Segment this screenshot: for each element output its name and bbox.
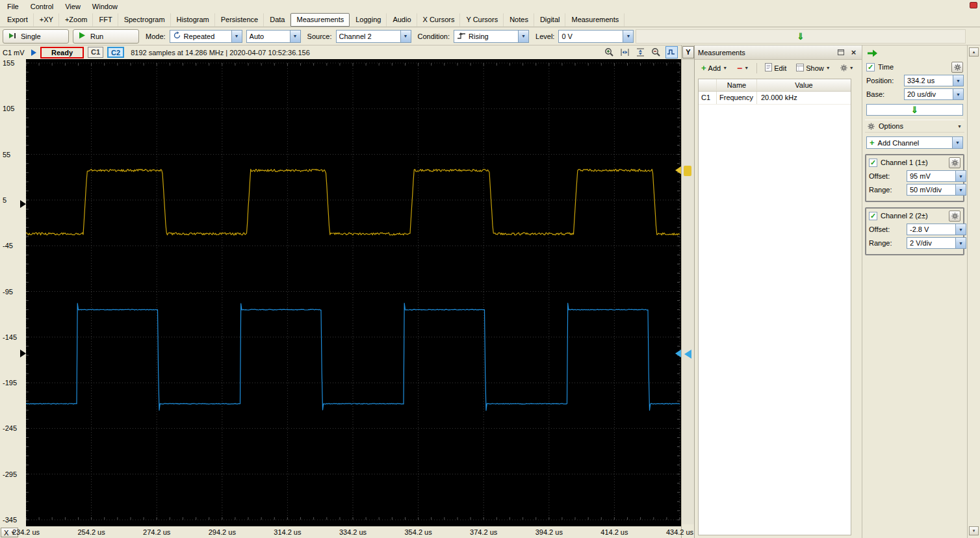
x-tick-label: 254.2 us xyxy=(77,528,105,536)
channel-1-group: ✓ Channel 1 (1±) Offset: 95 mV ▼ Range: … xyxy=(865,154,964,202)
remove-measurement-button[interactable]: − ▼ xyxy=(733,63,753,73)
view-tab--xy[interactable]: +XY xyxy=(34,13,59,27)
c2-trigger-marker[interactable] xyxy=(675,350,681,357)
menubar-red-button[interactable] xyxy=(970,2,977,8)
y-tick-label: -145 xyxy=(3,333,17,341)
menu-window[interactable]: Window xyxy=(86,1,123,12)
gear-icon xyxy=(954,64,961,71)
tab-c1[interactable]: C1 xyxy=(88,47,103,58)
chevron-down-icon: ▼ xyxy=(744,66,749,70)
table-row[interactable]: C1 Frequency 20.000 kHz xyxy=(699,92,851,105)
mode-select[interactable]: Repeated ▼ xyxy=(170,30,242,43)
c1-right-marker[interactable] xyxy=(675,166,681,174)
c2-scroll-marker[interactable] xyxy=(684,350,691,359)
condition-select[interactable]: Rising ▼ xyxy=(454,30,529,43)
view-tab-data[interactable]: Data xyxy=(264,13,290,27)
view-tab-y-cursors[interactable]: Y Cursors xyxy=(460,13,504,27)
run-button[interactable]: Run xyxy=(73,29,139,44)
time-settings-button[interactable] xyxy=(951,62,963,73)
time-checkbox[interactable]: ✓ xyxy=(866,63,875,71)
menu-control[interactable]: Control xyxy=(25,1,59,12)
check-icon: ✓ xyxy=(868,64,873,70)
view-tab-histogram[interactable]: Histogram xyxy=(171,13,215,27)
c2-offset-marker[interactable] xyxy=(20,350,26,357)
view-tab-fft[interactable]: FFT xyxy=(93,13,118,27)
fit-width-icon[interactable] xyxy=(619,46,631,58)
view-tab-audio[interactable]: Audio xyxy=(387,13,417,27)
zoom-in-icon[interactable] xyxy=(603,46,615,58)
col-header-value[interactable]: Value xyxy=(757,79,851,91)
y-axis-button[interactable]: Y xyxy=(682,46,694,58)
range-value: 50 mV/div xyxy=(910,186,953,194)
view-tab-measurements[interactable]: Measurements xyxy=(290,13,350,27)
channel-2-offset-select[interactable]: -2.8 V ▼ xyxy=(907,224,966,235)
options-header[interactable]: Options ▼ xyxy=(865,120,964,133)
waveforms-scope-window: FileControlViewWindow Export+XY+ZoomFFTS… xyxy=(0,0,980,538)
position-select[interactable]: 334.2 us ▼ xyxy=(904,75,964,86)
view-tab-x-cursors[interactable]: X Cursors xyxy=(417,13,461,27)
x-tick-label: 334.2 us xyxy=(339,528,367,536)
base-select[interactable]: 20 us/div ▼ xyxy=(904,88,964,100)
view-tab-measurements[interactable]: Measurements xyxy=(565,13,625,27)
level-select[interactable]: 0 V ▼ xyxy=(558,30,634,43)
green-right-arrow-icon[interactable] xyxy=(867,49,878,58)
add-icon: + xyxy=(701,65,706,71)
single-button[interactable]: Single xyxy=(3,29,69,44)
fit-height-icon[interactable] xyxy=(634,46,647,58)
status-ready-badge: Ready xyxy=(40,47,84,58)
show-menu-button[interactable]: Show ▼ xyxy=(792,62,834,75)
col-header-name[interactable]: Name xyxy=(717,79,757,91)
auto-scale-icon[interactable] xyxy=(665,46,678,58)
acquire-select[interactable]: Auto ▼ xyxy=(246,30,301,43)
plot-area[interactable] xyxy=(26,59,681,526)
y-scroll-track[interactable] xyxy=(682,59,694,524)
view-tab-logging[interactable]: Logging xyxy=(350,13,387,27)
channel-1-checkbox[interactable]: ✓ xyxy=(869,159,877,167)
c1-scroll-marker[interactable] xyxy=(684,166,691,176)
axis-unit-label[interactable]: C1 mV xyxy=(1,49,27,57)
view-tab-export[interactable]: Export xyxy=(1,13,34,27)
view-tabs-bar: Export+XY+ZoomFFTSpectrogramHistogramPer… xyxy=(0,13,980,27)
check-icon: ✓ xyxy=(870,212,876,219)
tab-c2[interactable]: C2 xyxy=(107,47,124,58)
chevron-down-icon: ▼ xyxy=(955,185,966,195)
collapse-up-button[interactable]: ▴ xyxy=(969,47,979,57)
view-tab--zoom[interactable]: +Zoom xyxy=(59,13,94,27)
channel-2-checkbox[interactable]: ✓ xyxy=(869,212,877,220)
x-tick-label: 354.2 us xyxy=(404,528,432,536)
x-axis-button-label: X xyxy=(4,529,8,537)
c1-offset-marker[interactable] xyxy=(20,200,26,208)
x-tick-label: 374.2 us xyxy=(470,528,497,536)
measurement-settings-button[interactable]: ▼ xyxy=(836,62,858,73)
zoom-out-icon[interactable] xyxy=(650,46,662,58)
run-icon xyxy=(78,31,86,41)
col-header-channel[interactable] xyxy=(699,79,717,91)
add-channel-select[interactable]: + Add Channel ▼ xyxy=(866,136,963,149)
rising-edge-icon xyxy=(457,32,466,41)
status-bar: C1 mV Ready C1 C2 8192 samples at 14.286… xyxy=(0,45,681,59)
add-measurement-button[interactable]: + Add ▼ xyxy=(697,62,731,74)
menu-view[interactable]: View xyxy=(59,1,86,12)
close-panel-icon[interactable]: × xyxy=(849,47,858,57)
measurements-panel: Measurements × + Add ▼ − ▼ Edit Show ▼ xyxy=(694,45,862,538)
add-button-label: Add xyxy=(708,64,721,72)
remove-icon: − xyxy=(737,65,742,71)
chevron-down-icon: ▼ xyxy=(957,124,962,129)
y-tick-label: -245 xyxy=(3,424,17,432)
view-tab-digital[interactable]: Digital xyxy=(534,13,566,27)
offset-label: Offset: xyxy=(869,172,907,180)
channel-1-settings-button[interactable] xyxy=(949,157,961,168)
view-tab-spectrogram[interactable]: Spectrogram xyxy=(118,13,171,27)
view-tab-persistence[interactable]: Persistence xyxy=(215,13,264,27)
channel-2-range-select[interactable]: 2 V/div ▼ xyxy=(907,237,966,249)
y-scrollbar[interactable]: Y xyxy=(681,45,694,538)
view-tab-notes[interactable]: Notes xyxy=(504,13,534,27)
edit-measurement-button[interactable]: Edit xyxy=(761,61,790,75)
source-select[interactable]: Channel 2 ▼ xyxy=(336,30,411,43)
collapse-down-button[interactable]: ▾ xyxy=(969,526,979,535)
menu-file[interactable]: File xyxy=(1,1,25,12)
channel-1-offset-select[interactable]: 95 mV ▼ xyxy=(907,170,966,182)
undock-panel-icon[interactable] xyxy=(836,47,845,57)
channel-1-range-select[interactable]: 50 mV/div ▼ xyxy=(907,184,966,196)
channel-2-settings-button[interactable] xyxy=(949,211,961,222)
